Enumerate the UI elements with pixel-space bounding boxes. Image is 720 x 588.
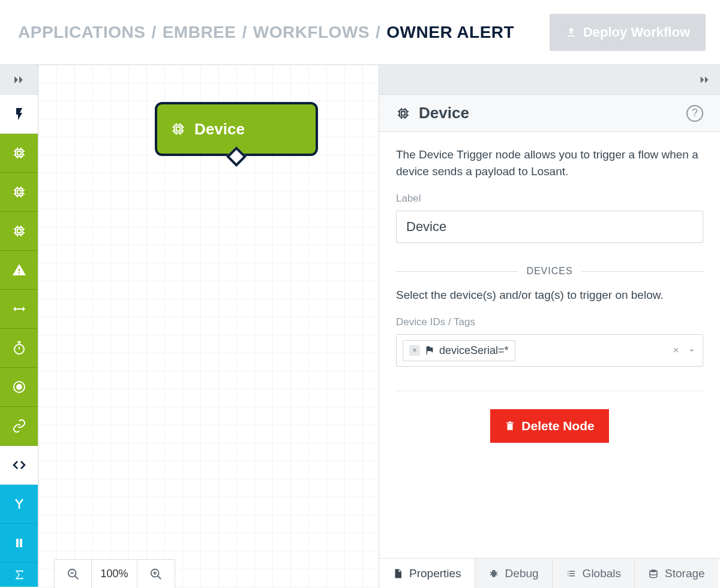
toolbar-collapse-button[interactable]	[0, 65, 38, 95]
device-tag-chip: × deviceSerial=*	[403, 340, 515, 361]
toolbar-code-button[interactable]	[0, 446, 38, 485]
panel-collapse-button[interactable]	[379, 65, 720, 95]
list-icon	[566, 568, 577, 579]
bug-icon	[488, 568, 499, 579]
node-output-port[interactable]	[226, 146, 247, 167]
toolbar-branch-button[interactable]	[0, 485, 38, 524]
breadcrumb-current: OWNER ALERT	[386, 23, 514, 42]
breadcrumb-embree[interactable]: EMBREE	[163, 23, 236, 42]
devices-section-help: Select the device(s) and/or tag(s) to tr…	[396, 289, 703, 302]
tab-debug[interactable]: Debug	[475, 559, 553, 588]
toolbar-swap-button[interactable]	[0, 290, 38, 329]
label-field-label: Label	[396, 193, 703, 205]
toolbar-pause-button[interactable]	[0, 524, 38, 563]
toolbar-sum-button[interactable]	[0, 563, 38, 587]
tab-storage-label: Storage	[665, 567, 705, 580]
workflow-canvas[interactable]: Device 100%	[38, 65, 379, 588]
breadcrumb: APPLICATIONS / EMBREE / WORKFLOWS / OWNE…	[18, 23, 514, 42]
breadcrumb-workflows[interactable]: WORKFLOWS	[253, 23, 370, 42]
main: Device 100% Device ? The	[0, 65, 720, 588]
devices-section-title: DEVICES	[526, 266, 572, 277]
bolt-icon	[12, 107, 26, 121]
svg-rect-16	[401, 112, 405, 115]
toolbar-device2-button[interactable]	[0, 173, 38, 212]
toolbar-device3-button[interactable]	[0, 212, 38, 251]
delete-node-label: Delete Node	[521, 419, 594, 433]
svg-rect-2	[16, 188, 23, 196]
tab-storage[interactable]: Storage	[635, 559, 718, 588]
zoom-in-button[interactable]	[137, 560, 175, 588]
trash-icon	[505, 421, 515, 431]
toolbar-triggers-button[interactable]	[0, 95, 38, 134]
pause-icon	[12, 536, 26, 550]
chip-icon	[12, 224, 26, 238]
svg-rect-4	[16, 227, 23, 235]
device-ids-input[interactable]: × deviceSerial=* ×	[396, 334, 703, 367]
svg-rect-1	[17, 151, 21, 155]
document-icon	[392, 568, 403, 579]
header: APPLICATIONS / EMBREE / WORKFLOWS / OWNE…	[0, 0, 720, 65]
devices-section-divider: DEVICES	[396, 266, 703, 277]
svg-rect-9	[16, 539, 19, 547]
chip-icon	[12, 146, 26, 160]
breadcrumb-sep: /	[242, 23, 247, 42]
panel-body: The Device Trigger node allows you to tr…	[379, 132, 720, 558]
device-tag-label: deviceSerial=*	[439, 344, 509, 357]
toolbar-warning-button[interactable]	[0, 251, 38, 290]
code-icon	[12, 458, 26, 472]
chevron-double-right-icon	[12, 73, 26, 87]
link-icon	[12, 419, 26, 433]
divider-line	[396, 271, 518, 272]
toolbar-record-button[interactable]	[0, 368, 38, 407]
tab-globals[interactable]: Globals	[553, 559, 635, 588]
database-icon	[648, 568, 659, 579]
help-button[interactable]: ?	[686, 105, 703, 122]
breadcrumb-sep: /	[151, 23, 156, 42]
svg-rect-5	[17, 229, 21, 233]
panel-title: Device	[419, 104, 469, 122]
warning-icon	[12, 263, 26, 277]
flag-icon	[425, 346, 434, 355]
zoom-in-icon	[149, 568, 163, 581]
svg-rect-15	[400, 110, 407, 117]
remove-tag-button[interactable]: ×	[409, 345, 420, 356]
tab-debug-label: Debug	[505, 567, 539, 580]
toolbar-device-button[interactable]	[0, 134, 38, 173]
svg-rect-0	[16, 149, 23, 157]
tab-globals-label: Globals	[583, 567, 621, 580]
swap-icon	[12, 302, 26, 316]
panel-tabs: Properties Debug Globals Storage	[379, 558, 720, 588]
zoom-controls: 100%	[54, 559, 175, 588]
device-node-label: Device	[194, 120, 245, 139]
help-icon: ?	[692, 107, 698, 119]
divider-line	[581, 271, 703, 272]
properties-panel: Device ? The Device Trigger node allows …	[379, 65, 720, 588]
deploy-workflow-label: Deploy Workflow	[583, 25, 690, 40]
zoom-level: 100%	[92, 560, 137, 588]
dropdown-caret-icon[interactable]	[687, 346, 697, 355]
chip-icon	[396, 106, 410, 121]
record-icon	[12, 380, 26, 394]
panel-header: Device ?	[379, 95, 720, 132]
sigma-icon	[13, 568, 26, 581]
left-toolbar	[0, 65, 38, 588]
clear-tags-button[interactable]: ×	[673, 345, 679, 356]
tab-properties[interactable]: Properties	[379, 559, 475, 588]
deploy-workflow-button[interactable]: Deploy Workflow	[550, 14, 706, 51]
toolbar-timer-button[interactable]	[0, 329, 38, 368]
svg-rect-12	[176, 127, 181, 131]
device-node[interactable]: Device	[155, 102, 318, 156]
upload-icon	[565, 26, 577, 38]
label-input[interactable]	[396, 211, 703, 243]
zoom-out-button[interactable]	[55, 560, 92, 588]
svg-point-17	[650, 569, 657, 572]
chevron-double-right-icon	[698, 73, 712, 86]
zoom-out-icon	[67, 568, 80, 581]
tab-properties-label: Properties	[409, 567, 461, 580]
svg-rect-10	[20, 539, 22, 547]
branch-icon	[12, 497, 26, 511]
toolbar-link-button[interactable]	[0, 407, 38, 446]
delete-node-button[interactable]: Delete Node	[490, 409, 608, 443]
svg-point-8	[17, 385, 22, 389]
breadcrumb-applications[interactable]: APPLICATIONS	[18, 23, 145, 42]
